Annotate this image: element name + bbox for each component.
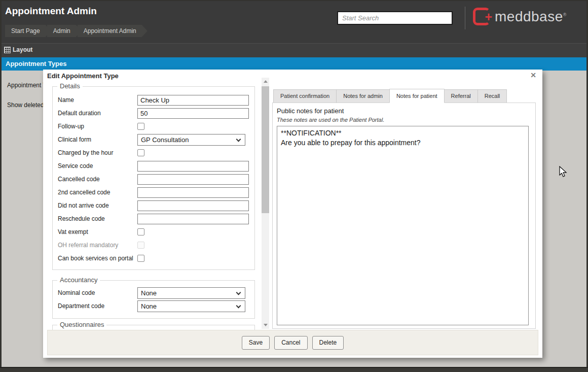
select-value: None <box>138 289 157 297</box>
accountancy-fieldset: Accountancy Nominal codeNoneDepartment c… <box>52 280 255 319</box>
tab-recall[interactable]: Recall <box>477 89 507 103</box>
vertical-scrollbar[interactable] <box>262 78 269 329</box>
save-button[interactable]: Save <box>242 336 270 350</box>
charged-by-the-hour-checkbox[interactable] <box>137 149 144 156</box>
scrollbar-thumb[interactable] <box>262 86 269 213</box>
triangle-up-icon <box>264 80 268 83</box>
breadcrumb-item-admin[interactable]: Admin <box>47 25 82 37</box>
oh-referral-mandatory-label: OH referral mandatory <box>58 242 137 249</box>
form-row-service-code: Service code <box>58 159 254 173</box>
form-row-name: Name <box>58 93 254 107</box>
tab-referral[interactable]: Referral <box>444 89 478 103</box>
cancelled-code-input[interactable] <box>137 174 249 185</box>
form-row-clinical-form: Clinical formGP Consultation <box>58 133 254 146</box>
department-code-select[interactable]: None <box>137 300 245 312</box>
page-title: Appointment Admin <box>5 6 97 17</box>
plus-icon: + <box>485 10 492 23</box>
notes-heading: Public notes for patient <box>277 107 344 115</box>
follow-up-checkbox[interactable] <box>137 123 144 130</box>
edit-appointment-type-dialog: Edit Appointment Type ✕ Details NameDefa… <box>43 70 542 358</box>
default-duration-label: Default duration <box>58 110 137 117</box>
dialog-title: Edit Appointment Type <box>47 72 119 80</box>
breadcrumb-item-start-page[interactable]: Start Page <box>5 25 51 37</box>
reschedule-code-input[interactable] <box>137 214 249 224</box>
chevron-down-icon <box>236 290 241 295</box>
tab-notes-for-patient[interactable]: Notes for patient <box>389 89 445 103</box>
clinical-form-select[interactable]: GP Consultation <box>137 134 245 146</box>
vat-exempt-label: Vat exempt <box>58 228 137 235</box>
notes-subheading: These notes are used on the Patient Port… <box>277 117 384 123</box>
registered-mark: ® <box>563 12 567 17</box>
cancelled-code-label: Cancelled code <box>58 176 137 183</box>
breadcrumb-item-appointment-admin[interactable]: Appointment Admin <box>78 25 148 37</box>
layout-label: Layout <box>13 46 32 53</box>
form-row-vat-exempt: Vat exempt <box>58 225 254 239</box>
form-row-default-duration: Default duration <box>58 107 254 120</box>
name-label: Name <box>58 96 137 104</box>
form-row-oh-referral-mandatory: OH referral mandatory <box>58 239 254 252</box>
layout-toolbar: Layout <box>0 43 588 57</box>
details-legend: Details <box>57 82 83 90</box>
can-book-services-on-portal-checkbox[interactable] <box>137 255 144 262</box>
grid-icon <box>4 47 11 53</box>
service-code-input[interactable] <box>137 161 249 172</box>
form-row-cancelled-code: Cancelled code <box>58 173 254 186</box>
did-not-arrive-code-label: Did not arrive code <box>58 202 137 209</box>
nominal-code-select[interactable]: None <box>137 287 245 299</box>
service-code-label: Service code <box>58 162 137 170</box>
oh-referral-mandatory-checkbox <box>137 242 144 249</box>
meddbase-logo: + meddbase® <box>473 8 567 25</box>
dialog-footer: SaveCancelDelete <box>47 330 538 355</box>
public-notes-textarea[interactable] <box>277 126 529 325</box>
vat-exempt-checkbox[interactable] <box>137 228 144 235</box>
notes-panel: Public notes for patient These notes are… <box>272 103 536 329</box>
follow-up-label: Follow-up <box>58 123 137 130</box>
screen: Appointment Admin Start PageAdminAppoint… <box>0 0 588 372</box>
clinical-form-label: Clinical form <box>58 136 137 143</box>
questionnaires-legend: Questionnaires <box>57 321 106 328</box>
tab-patient-confirmation[interactable]: Patient confirmation <box>273 89 337 103</box>
close-icon[interactable]: ✕ <box>530 71 536 79</box>
section-title: Appointment Types <box>6 57 66 71</box>
details-fieldset: Details NameDefault durationFollow-upCli… <box>52 86 255 270</box>
form-row-can-book-services-on-portal: Can book services on portal <box>58 252 254 265</box>
select-value: GP Consultation <box>138 136 189 144</box>
divider <box>465 7 465 29</box>
notes-tab-bar: Patient confirmationNotes for adminNotes… <box>273 89 506 103</box>
accountancy-legend: Accountancy <box>57 276 100 284</box>
select-value: None <box>138 302 157 310</box>
chevron-down-icon <box>236 303 241 308</box>
name-input[interactable] <box>137 95 249 106</box>
chevron-down-icon <box>236 137 241 142</box>
nominal-code-label: Nominal code <box>58 289 137 296</box>
cancel-button[interactable]: Cancel <box>274 336 307 350</box>
section-bar: Appointment Types <box>2 57 586 71</box>
form-row-reschedule-code: Reschedule code <box>58 212 254 225</box>
background-label-appointment-type: Appointment T <box>7 82 47 89</box>
scroll-down-arrow[interactable] <box>262 321 269 329</box>
scroll-up-arrow[interactable] <box>262 78 269 85</box>
form-row-department-code: Department codeNone <box>58 299 254 313</box>
search-input[interactable] <box>337 11 453 25</box>
form-row-2nd-cancelled-code: 2nd cancelled code <box>58 186 254 199</box>
tab-notes-for-admin[interactable]: Notes for admin <box>336 89 390 103</box>
triangle-down-icon <box>264 324 268 326</box>
charged-by-the-hour-label: Charged by the hour <box>58 149 137 156</box>
default-duration-input[interactable] <box>137 108 249 119</box>
did-not-arrive-code-input[interactable] <box>137 200 249 211</box>
reschedule-code-label: Reschedule code <box>58 215 137 222</box>
layout-button[interactable]: Layout <box>4 46 32 53</box>
breadcrumb: Start PageAdminAppointment Admin <box>5 25 143 37</box>
2nd-cancelled-code-input[interactable] <box>137 187 249 198</box>
department-code-label: Department code <box>58 302 137 310</box>
delete-button[interactable]: Delete <box>312 336 344 350</box>
meddbase-logo-icon: + <box>473 8 490 25</box>
2nd-cancelled-code-label: 2nd cancelled code <box>58 189 137 196</box>
can-book-services-on-portal-label: Can book services on portal <box>58 255 137 262</box>
form-row-nominal-code: Nominal codeNone <box>58 286 254 299</box>
form-row-follow-up: Follow-up <box>58 120 254 133</box>
app-header: Appointment Admin Start PageAdminAppoint… <box>0 0 588 43</box>
form-row-charged-by-the-hour: Charged by the hour <box>58 146 254 159</box>
form-row-did-not-arrive-code: Did not arrive code <box>58 199 254 212</box>
logo-wordmark: meddbase® <box>495 9 567 25</box>
